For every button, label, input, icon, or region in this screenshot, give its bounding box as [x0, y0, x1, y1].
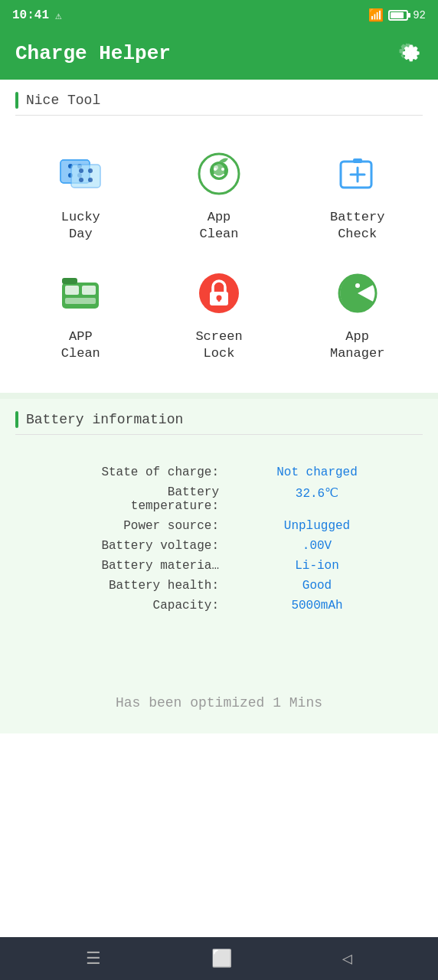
tool-grid: LuckyDay AppClean [0, 131, 438, 393]
battery-info-title: Battery information [26, 412, 183, 427]
voltage-label: Battery voltage: [23, 539, 219, 553]
app-manager-icon [330, 266, 385, 321]
app-title: Charge Helper [15, 42, 171, 65]
info-row-source: Power source: Unplugged [23, 519, 415, 533]
svg-rect-24 [65, 298, 96, 304]
optimized-text: Has been optimized 1 Mins [116, 695, 322, 710]
tool-item-app-clean-2[interactable]: APPClean [15, 258, 146, 370]
svg-point-8 [88, 168, 93, 173]
battery-divider [15, 434, 423, 435]
tool-item-app-manager[interactable]: AppManager [292, 258, 423, 370]
svg-point-31 [355, 283, 360, 288]
svg-rect-18 [353, 158, 362, 163]
tool-item-app-clean[interactable]: AppClean [154, 139, 285, 250]
section-divider [15, 115, 423, 116]
warning-icon: ⚠ [55, 9, 61, 22]
info-row-temp: Batterytemperature: 32.6℃ [23, 485, 415, 513]
source-value: Unplugged [219, 519, 415, 533]
info-row-health: Battery health: Good [23, 579, 415, 593]
screen-lock-label: ScreenLock [195, 328, 242, 362]
svg-point-7 [79, 168, 83, 173]
info-row-capacity: Capacity: 5000mAh [23, 599, 415, 612]
tool-item-battery-check[interactable]: BatteryCheck [292, 139, 423, 250]
battery-section-header: Battery information [0, 399, 438, 434]
tool-item-screen-lock[interactable]: ScreenLock [154, 258, 285, 370]
app-clean-2-icon [53, 266, 108, 321]
nice-tool-title: Nice Tool [26, 93, 100, 108]
charge-value: Not charged [219, 466, 415, 479]
capacity-value: 5000mAh [219, 599, 415, 612]
battery-section-bar [15, 411, 18, 428]
battery-status-icon [388, 10, 408, 21]
svg-rect-29 [217, 298, 220, 302]
lucky-day-label: LuckyDay [61, 209, 100, 243]
material-value: Li-ion [219, 559, 415, 573]
battery-info-table: State of charge: Not charged Batterytemp… [0, 450, 438, 642]
svg-rect-23 [82, 286, 96, 295]
screen-lock-icon [191, 266, 247, 321]
nice-tool-section-header: Nice Tool [0, 80, 438, 115]
svg-rect-6 [71, 165, 100, 188]
main-content: Nice Tool [0, 80, 438, 937]
battery-percent: 92 [413, 9, 426, 21]
info-row-charge: State of charge: Not charged [23, 466, 415, 479]
status-right: 📶 92 [368, 8, 426, 23]
optimized-footer: Has been optimized 1 Mins [0, 642, 438, 733]
svg-point-15 [214, 168, 217, 171]
home-button[interactable]: ⬜ [211, 949, 232, 969]
health-label: Battery health: [23, 579, 219, 593]
wifi-icon: 📶 [368, 8, 384, 23]
info-row-voltage: Battery voltage: .00V [23, 539, 415, 553]
app-clean-2-label: APPClean [61, 328, 100, 362]
svg-rect-22 [65, 286, 79, 295]
svg-point-10 [88, 178, 93, 182]
svg-point-9 [79, 178, 83, 182]
settings-button[interactable] [395, 40, 423, 67]
svg-point-16 [221, 168, 224, 171]
charge-label: State of charge: [23, 466, 219, 479]
temp-value: 32.6℃ [219, 485, 415, 501]
app-manager-label: AppManager [330, 328, 384, 362]
app-clean-label: AppClean [199, 209, 238, 243]
temp-label: Batterytemperature: [23, 485, 219, 513]
status-left: 10:41 ⚠ [12, 8, 61, 22]
battery-info-section: Battery information State of charge: Not… [0, 393, 438, 642]
capacity-label: Capacity: [23, 599, 219, 612]
health-value: Good [219, 579, 415, 593]
status-bar: 10:41 ⚠ 📶 92 [0, 0, 438, 31]
tool-item-lucky-day[interactable]: LuckyDay [15, 139, 146, 250]
bottom-navigation: ☰ ⬜ ◁ [0, 937, 438, 980]
back-button[interactable]: ◁ [342, 949, 352, 969]
app-clean-icon [191, 146, 247, 201]
battery-check-icon [330, 146, 385, 201]
time-display: 10:41 [12, 8, 49, 22]
info-row-material: Battery materia… Li-ion [23, 559, 415, 573]
app-header: Charge Helper [0, 31, 438, 80]
menu-button[interactable]: ☰ [86, 949, 101, 969]
voltage-value: .00V [219, 539, 415, 553]
section-bar-indicator [15, 92, 18, 109]
source-label: Power source: [23, 519, 219, 533]
material-label: Battery materia… [23, 559, 219, 573]
lucky-day-icon [53, 146, 108, 201]
svg-rect-25 [62, 278, 77, 284]
battery-check-label: BatteryCheck [330, 209, 384, 243]
